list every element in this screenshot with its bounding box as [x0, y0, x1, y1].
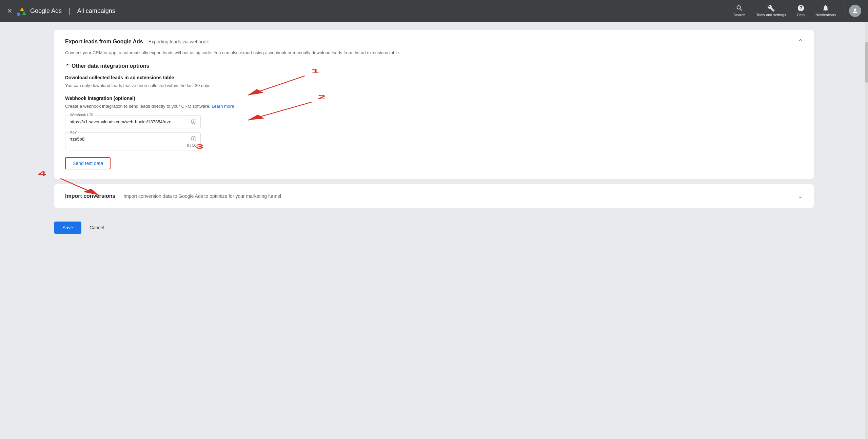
- import-expand-button[interactable]: ⌄: [798, 192, 803, 200]
- collapse-button[interactable]: ⌃: [798, 38, 803, 45]
- download-title: Download collected leads in ad extension…: [65, 75, 803, 80]
- import-card-desc: Import conversion data to Google Ads to …: [123, 193, 281, 199]
- webhook-url-input-row: ⓘ: [70, 118, 196, 125]
- nav-left: ✕ Google Ads | All campaigns: [7, 5, 724, 16]
- webhook-url-field: Webhook URL ⓘ: [65, 115, 201, 128]
- key-label: Key: [69, 130, 78, 134]
- scrollbar-thumb[interactable]: [865, 42, 868, 83]
- other-integration-label: Other data integration options: [72, 63, 149, 69]
- tools-nav-label: Tools and settings: [756, 13, 786, 17]
- webhook-url-input[interactable]: [70, 119, 188, 124]
- card-header: Export leads from Google Ads Exporting l…: [65, 38, 803, 45]
- search-nav-label: Search: [734, 13, 746, 17]
- avatar-icon: [852, 7, 859, 14]
- key-field: Key ⓘ 8 / 50: [65, 132, 201, 150]
- import-card-left: Import conversions Import conversion dat…: [65, 193, 281, 199]
- bottom-bar: Save Cancel: [0, 216, 868, 239]
- key-counter: 8 / 50: [70, 143, 196, 147]
- webhook-url-label: Webhook URL: [69, 113, 96, 117]
- download-desc: You can only download leads that've been…: [65, 82, 803, 89]
- avatar[interactable]: [849, 5, 861, 17]
- scrollbar-track: [865, 22, 868, 439]
- close-button[interactable]: ✕: [7, 7, 13, 14]
- key-input[interactable]: [70, 137, 188, 142]
- svg-point-3: [17, 13, 20, 16]
- google-ads-text: Google Ads: [30, 7, 62, 15]
- card-header-left: Export leads from Google Ads Exporting l…: [65, 39, 209, 45]
- google-ads-logo-icon: [17, 5, 27, 16]
- help-icon: [797, 4, 805, 12]
- nav-divider: |: [68, 6, 71, 15]
- search-nav-button[interactable]: Search: [729, 2, 750, 19]
- all-campaigns-label: All campaigns: [77, 7, 115, 15]
- export-card-title: Export leads from Google Ads: [65, 39, 143, 45]
- notifications-nav-label: Notifications: [815, 13, 836, 17]
- top-navigation: ✕ Google Ads | All campaigns Search: [0, 0, 868, 22]
- import-card-title: Import conversions: [65, 193, 115, 199]
- nav-vertical-divider: [845, 4, 845, 18]
- webhook-url-help-icon[interactable]: ⓘ: [191, 118, 196, 125]
- main-content: Export leads from Google Ads Exporting l…: [0, 22, 868, 216]
- save-button[interactable]: Save: [54, 222, 81, 234]
- webhook-title: Webhook integration (optional): [65, 96, 803, 101]
- cancel-button[interactable]: Cancel: [87, 222, 107, 234]
- webhook-desc: Create a webhook integration to send lea…: [65, 103, 803, 110]
- send-test-data-button[interactable]: Send test data: [65, 157, 111, 169]
- page-wrapper: ✕ Google Ads | All campaigns Search: [0, 0, 868, 239]
- key-help-icon[interactable]: ⓘ: [191, 135, 196, 143]
- chevron-up-icon: ⌃: [65, 63, 70, 69]
- tools-settings-button[interactable]: Tools and settings: [751, 2, 791, 19]
- export-leads-card: Export leads from Google Ads Exporting l…: [54, 30, 814, 179]
- nav-right: Search Tools and settings Help Notificat…: [729, 2, 861, 19]
- tools-icon: [767, 4, 775, 12]
- search-icon: [736, 4, 743, 12]
- key-input-row: ⓘ: [70, 135, 196, 143]
- other-integration-toggle[interactable]: ⌃ Other data integration options: [65, 63, 803, 69]
- notifications-icon: [822, 4, 829, 12]
- import-conversions-card: Import conversions Import conversion dat…: [54, 184, 814, 208]
- svg-marker-2: [22, 11, 26, 15]
- export-card-description: Connect your CRM or app to automatically…: [65, 49, 803, 56]
- notifications-button[interactable]: Notifications: [811, 2, 841, 19]
- export-card-subtitle: Exporting leads via webhook: [149, 39, 209, 44]
- google-ads-logo: Google Ads: [17, 5, 62, 16]
- help-nav-label: Help: [797, 13, 805, 17]
- help-button[interactable]: Help: [792, 2, 809, 19]
- learn-more-link[interactable]: Learn more: [212, 104, 234, 109]
